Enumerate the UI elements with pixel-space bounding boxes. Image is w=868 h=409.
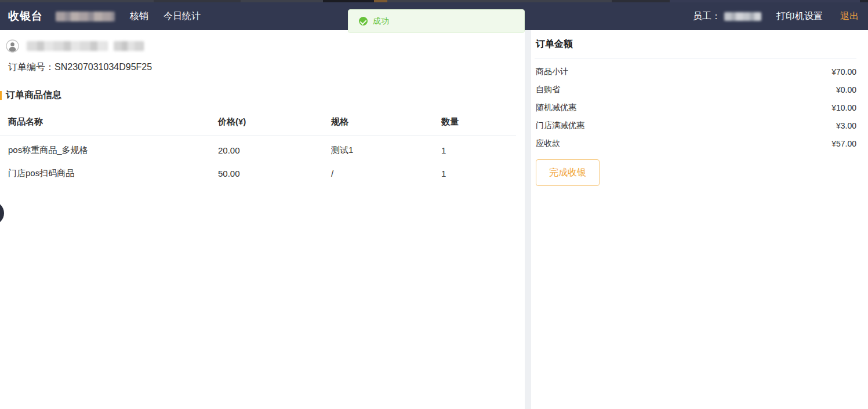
nav-item-verify[interactable]: 核销 — [130, 10, 148, 23]
order-number-value: SN2307031034D95F25 — [55, 62, 152, 72]
summary-label: 自购省 — [536, 85, 560, 95]
table-row: pos称重商品_多规格 20.00 测试1 1 — [0, 136, 516, 160]
summary-row-self-purchase-saving: 自购省 ¥0.00 — [536, 81, 856, 98]
summary-value: ¥10.00 — [831, 103, 856, 112]
summary-label: 随机减优惠 — [536, 103, 576, 113]
order-number-line: 订单编号：SN2307031034D95F25 — [8, 61, 525, 74]
summary-divider — [535, 59, 856, 59]
cell-qty: 1 — [441, 159, 516, 182]
goods-table-header-row: 商品名称 价格(¥) 规格 数量 — [0, 113, 516, 136]
summary-label: 应收款 — [536, 138, 560, 149]
person-icon — [6, 39, 19, 53]
navbar-right-group: 员工： 打印机设置 退出 — [693, 10, 859, 23]
cell-price: 50.00 — [218, 159, 331, 182]
order-amount-panel: 订单金额 商品小计 ¥70.00 自购省 ¥0.00 随机减优惠 ¥10.00 … — [531, 30, 868, 409]
cell-spec: 测试1 — [331, 136, 441, 160]
success-toast: 成功 — [348, 9, 525, 33]
summary-row-subtotal: 商品小计 ¥70.00 — [536, 63, 856, 81]
cell-price: 20.00 — [218, 136, 331, 160]
nav-item-today-stats[interactable]: 今日统计 — [164, 10, 201, 23]
cell-product-name: pos称重商品_多规格 — [0, 136, 218, 160]
table-row: 门店pos扫码商品 50.00 / 1 — [0, 159, 516, 182]
summary-row-amount-due: 应收款 ¥57.00 — [536, 134, 856, 152]
order-number-label: 订单编号： — [8, 62, 55, 72]
col-header-qty: 数量 — [441, 113, 516, 136]
summary-row-random-discount: 随机减优惠 ¥10.00 — [536, 98, 856, 116]
panel-divider — [525, 30, 531, 409]
redacted-store-name — [56, 12, 115, 21]
col-header-spec: 规格 — [331, 113, 441, 136]
summary-row-store-discount: 门店满减优惠 ¥3.00 — [536, 116, 856, 134]
goods-table: 商品名称 价格(¥) 规格 数量 pos称重商品_多规格 20.00 测试1 1… — [0, 113, 516, 182]
pos-cashier-screen: 收银台 核销 今日统计 员工： 打印机设置 退出 成功 — [0, 0, 868, 409]
summary-label: 门店满减优惠 — [536, 120, 584, 131]
summary-value: ¥3.00 — [836, 121, 856, 130]
app-title: 收银台 — [8, 9, 43, 24]
col-header-price: 价格(¥) — [218, 113, 331, 136]
printer-settings-button[interactable]: 打印机设置 — [776, 10, 823, 23]
goods-section-title: 订单商品信息 — [0, 89, 525, 101]
col-header-name: 商品名称 — [0, 113, 218, 136]
cell-qty: 1 — [441, 136, 516, 160]
logout-button[interactable]: 退出 — [840, 10, 859, 23]
cell-spec: / — [331, 159, 441, 182]
customer-row — [6, 39, 525, 53]
section-title-text: 订单商品信息 — [6, 89, 61, 101]
section-accent-bar — [0, 91, 2, 100]
main-area: 订单编号：SN2307031034D95F25 订单商品信息 商品名称 价格(¥… — [0, 30, 868, 409]
success-check-icon — [359, 17, 368, 25]
redacted-customer-name — [27, 41, 108, 51]
cell-product-name: 门店pos扫码商品 — [0, 159, 218, 182]
order-detail-panel: 订单编号：SN2307031034D95F25 订单商品信息 商品名称 价格(¥… — [0, 30, 525, 409]
toast-message: 成功 — [373, 16, 389, 27]
summary-value: ¥0.00 — [836, 85, 856, 94]
summary-title: 订单金额 — [535, 37, 856, 59]
redacted-customer-name — [114, 41, 144, 51]
finish-checkout-button[interactable]: 完成收银 — [536, 159, 600, 186]
summary-rows: 商品小计 ¥70.00 自购省 ¥0.00 随机减优惠 ¥10.00 门店满减优… — [535, 63, 856, 152]
summary-value: ¥70.00 — [831, 67, 856, 76]
redacted-employee-name — [724, 12, 761, 21]
summary-label: 商品小计 — [536, 67, 568, 77]
summary-value: ¥57.00 — [831, 139, 856, 148]
employee-label: 员工： — [693, 10, 721, 23]
